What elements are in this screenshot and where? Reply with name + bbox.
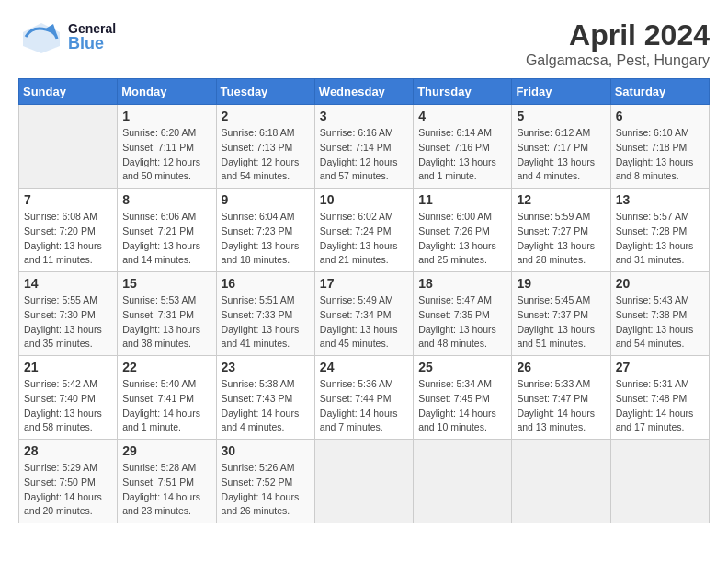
day-info: Sunrise: 5:28 AM Sunset: 7:51 PM Dayligh… [122, 461, 210, 519]
day-number: 9 [222, 192, 310, 207]
day-info: Sunrise: 6:20 AM Sunset: 7:11 PM Dayligh… [122, 126, 210, 184]
calendar-cell [19, 105, 118, 189]
sunset-label: Sunset: 7:13 PM [222, 142, 293, 153]
calendar-cell: 24 Sunrise: 5:36 AM Sunset: 7:44 PM Dayl… [314, 356, 413, 440]
daylight-label: Daylight: 13 hours and 45 minutes. [320, 324, 398, 350]
sunrise-label: Sunrise: 6:00 AM [418, 211, 492, 222]
day-number: 26 [517, 360, 605, 374]
page-subtitle: Galgamacsa, Pest, Hungary [526, 52, 710, 69]
sunset-label: Sunset: 7:24 PM [320, 225, 392, 236]
calendar-cell: 28 Sunrise: 5:29 AM Sunset: 7:50 PM Dayl… [19, 440, 118, 523]
header-day-wednesday: Wednesday [314, 79, 413, 105]
day-number: 19 [517, 276, 605, 291]
calendar-cell: 7 Sunrise: 6:08 AM Sunset: 7:20 PM Dayli… [19, 189, 118, 272]
sunset-label: Sunset: 7:33 PM [222, 309, 293, 320]
sunrise-label: Sunrise: 6:18 AM [222, 127, 295, 138]
day-info: Sunrise: 5:40 AM Sunset: 7:41 PM Dayligh… [122, 377, 210, 435]
sunset-label: Sunset: 7:52 PM [222, 477, 293, 488]
day-number: 10 [320, 192, 408, 207]
sunrise-label: Sunrise: 6:14 AM [418, 127, 492, 138]
daylight-label: Daylight: 13 hours and 54 minutes. [616, 324, 694, 350]
calendar-cell: 27 Sunrise: 5:31 AM Sunset: 7:48 PM Dayl… [610, 356, 709, 440]
sunset-label: Sunset: 7:21 PM [122, 225, 194, 236]
day-info: Sunrise: 6:16 AM Sunset: 7:14 PM Dayligh… [320, 126, 408, 184]
calendar-cell: 12 Sunrise: 5:59 AM Sunset: 7:27 PM Dayl… [512, 189, 610, 272]
calendar-header: SundayMondayTuesdayWednesdayThursdayFrid… [19, 79, 710, 105]
sunrise-label: Sunrise: 5:31 AM [616, 378, 689, 389]
sunrise-label: Sunrise: 6:04 AM [222, 211, 295, 222]
calendar-cell: 4 Sunrise: 6:14 AM Sunset: 7:16 PM Dayli… [414, 105, 512, 189]
day-info: Sunrise: 6:12 AM Sunset: 7:17 PM Dayligh… [517, 126, 605, 184]
calendar-cell [610, 440, 709, 523]
day-info: Sunrise: 6:18 AM Sunset: 7:13 PM Dayligh… [222, 126, 310, 184]
sunset-label: Sunset: 7:18 PM [616, 142, 688, 153]
sunset-label: Sunset: 7:40 PM [24, 393, 96, 404]
sunset-label: Sunset: 7:41 PM [122, 393, 194, 404]
day-number: 23 [222, 360, 310, 374]
day-number: 14 [24, 276, 112, 291]
sunrise-label: Sunrise: 5:51 AM [222, 294, 295, 305]
daylight-label: Daylight: 13 hours and 21 minutes. [320, 240, 398, 266]
calendar-cell: 5 Sunrise: 6:12 AM Sunset: 7:17 PM Dayli… [512, 105, 610, 189]
day-info: Sunrise: 5:47 AM Sunset: 7:35 PM Dayligh… [418, 293, 506, 351]
day-number: 20 [616, 276, 704, 291]
sunrise-label: Sunrise: 5:49 AM [320, 294, 393, 305]
daylight-label: Daylight: 14 hours and 1 minute. [122, 408, 200, 433]
logo-general-text: General [68, 22, 116, 35]
sunrise-label: Sunrise: 5:42 AM [24, 378, 97, 389]
day-info: Sunrise: 6:14 AM Sunset: 7:16 PM Dayligh… [418, 126, 506, 184]
day-number: 1 [122, 109, 210, 123]
logo-wordmark: General Blue [68, 22, 116, 52]
logo-icon [18, 18, 64, 55]
sunrise-label: Sunrise: 6:12 AM [517, 127, 590, 138]
day-info: Sunrise: 5:43 AM Sunset: 7:38 PM Dayligh… [616, 293, 704, 351]
day-number: 12 [517, 192, 605, 207]
daylight-label: Daylight: 12 hours and 54 minutes. [222, 156, 300, 182]
sunrise-label: Sunrise: 5:26 AM [222, 462, 295, 473]
sunrise-label: Sunrise: 6:02 AM [320, 211, 393, 222]
sunset-label: Sunset: 7:44 PM [320, 393, 392, 404]
daylight-label: Daylight: 13 hours and 8 minutes. [616, 156, 694, 182]
day-info: Sunrise: 5:38 AM Sunset: 7:43 PM Dayligh… [222, 377, 310, 435]
day-number: 24 [320, 360, 408, 374]
day-info: Sunrise: 5:45 AM Sunset: 7:37 PM Dayligh… [517, 293, 605, 351]
daylight-label: Daylight: 13 hours and 35 minutes. [24, 324, 102, 350]
daylight-label: Daylight: 13 hours and 11 minutes. [24, 240, 102, 266]
calendar-cell: 21 Sunrise: 5:42 AM Sunset: 7:40 PM Dayl… [19, 356, 118, 440]
page-title: April 2024 [526, 18, 710, 52]
sunset-label: Sunset: 7:50 PM [24, 477, 96, 488]
calendar-cell [512, 440, 610, 523]
sunset-label: Sunset: 7:48 PM [616, 393, 688, 404]
sunset-label: Sunset: 7:43 PM [222, 393, 293, 404]
day-info: Sunrise: 5:33 AM Sunset: 7:47 PM Dayligh… [517, 377, 605, 435]
daylight-label: Daylight: 13 hours and 41 minutes. [222, 324, 300, 350]
daylight-label: Daylight: 14 hours and 17 minutes. [616, 408, 694, 433]
daylight-label: Daylight: 14 hours and 26 minutes. [222, 491, 300, 517]
header-day-tuesday: Tuesday [216, 79, 314, 105]
day-info: Sunrise: 5:49 AM Sunset: 7:34 PM Dayligh… [320, 293, 408, 351]
day-number: 21 [24, 360, 112, 374]
daylight-label: Daylight: 13 hours and 14 minutes. [122, 240, 200, 266]
day-info: Sunrise: 5:59 AM Sunset: 7:27 PM Dayligh… [517, 210, 605, 268]
sunrise-label: Sunrise: 6:16 AM [320, 127, 393, 138]
calendar-cell: 19 Sunrise: 5:45 AM Sunset: 7:37 PM Dayl… [512, 272, 610, 356]
title-area: April 2024 Galgamacsa, Pest, Hungary [526, 18, 710, 69]
day-info: Sunrise: 5:26 AM Sunset: 7:52 PM Dayligh… [222, 461, 310, 519]
sunset-label: Sunset: 7:37 PM [517, 309, 588, 320]
calendar-week-4: 21 Sunrise: 5:42 AM Sunset: 7:40 PM Dayl… [19, 356, 710, 440]
day-info: Sunrise: 5:29 AM Sunset: 7:50 PM Dayligh… [24, 461, 112, 519]
sunset-label: Sunset: 7:26 PM [418, 225, 490, 236]
calendar-cell: 30 Sunrise: 5:26 AM Sunset: 7:52 PM Dayl… [216, 440, 314, 523]
calendar-week-1: 1 Sunrise: 6:20 AM Sunset: 7:11 PM Dayli… [19, 105, 710, 189]
day-number: 13 [616, 192, 704, 207]
calendar-table: SundayMondayTuesdayWednesdayThursdayFrid… [18, 78, 710, 523]
daylight-label: Daylight: 13 hours and 28 minutes. [517, 240, 595, 266]
calendar-week-2: 7 Sunrise: 6:08 AM Sunset: 7:20 PM Dayli… [19, 189, 710, 272]
sunrise-label: Sunrise: 5:57 AM [616, 211, 689, 222]
daylight-label: Daylight: 13 hours and 38 minutes. [122, 324, 200, 350]
sunset-label: Sunset: 7:14 PM [320, 142, 392, 153]
daylight-label: Daylight: 13 hours and 18 minutes. [222, 240, 300, 266]
calendar-cell [314, 440, 413, 523]
sunset-label: Sunset: 7:27 PM [517, 225, 588, 236]
day-number: 15 [122, 276, 210, 291]
